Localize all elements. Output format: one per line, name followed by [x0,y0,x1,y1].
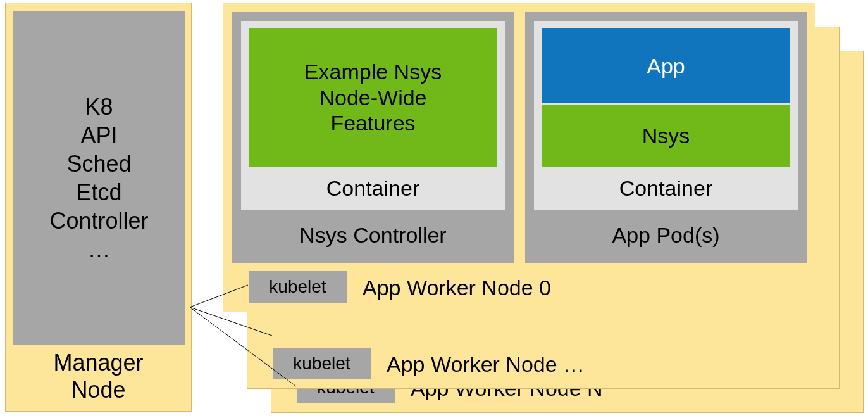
pod-label: Nsys Controller [232,223,514,248]
kubelet-box: kubelet [273,348,371,379]
container-label: Container [534,176,798,201]
app-box: App [542,28,790,103]
nsys-features-box: Example Nsys Node-Wide Features [249,28,497,167]
kubelet-box: kubelet [249,271,347,303]
manager-node-panel: K8 API Sched Etcd Controller … Manager N… [5,3,192,412]
manager-component: API [80,121,117,149]
manager-components-box: K8 API Sched Etcd Controller … [13,11,185,345]
manager-component: Etcd [76,178,121,206]
manager-component: K8 [85,92,113,121]
worker-node-label: App Worker Node … [387,352,585,377]
worker-node-0: kubelet App Worker Node 0 Example Nsys N… [223,3,815,312]
nsys-controller-pod: Example Nsys Node-Wide Features Containe… [232,12,514,263]
manager-node-label: Manager Node [6,349,191,403]
nsys-box: Nsys [542,104,790,167]
app-container-box: App Nsys Container [534,21,798,210]
manager-component: Sched [66,149,131,178]
pod-label: App Pod(s) [525,223,807,248]
nsys-container-box: Example Nsys Node-Wide Features Containe… [241,21,505,210]
manager-component: … [88,235,111,263]
worker-node-label: App Worker Node 0 [363,276,551,300]
manager-component: Controller [49,206,148,235]
app-pod: App Nsys Container App Pod(s) [525,12,807,263]
container-label: Container [241,176,505,201]
